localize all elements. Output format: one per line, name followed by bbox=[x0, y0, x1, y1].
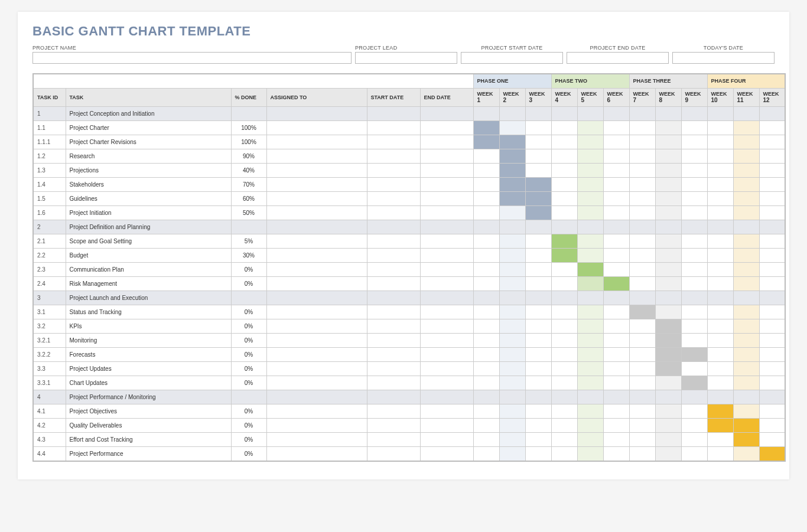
cell-pct-done[interactable]: 0% bbox=[231, 277, 266, 291]
cell-week-4[interactable] bbox=[551, 334, 577, 348]
cell-week-4[interactable] bbox=[551, 390, 577, 404]
cell-assigned-to[interactable] bbox=[266, 135, 367, 149]
cell-week-2[interactable] bbox=[499, 135, 525, 149]
cell-week-3[interactable] bbox=[525, 419, 551, 433]
cell-week-7[interactable] bbox=[629, 433, 655, 447]
cell-week-11[interactable] bbox=[733, 433, 759, 447]
cell-week-12[interactable] bbox=[759, 376, 785, 390]
cell-week-12[interactable] bbox=[759, 220, 785, 234]
cell-week-6[interactable] bbox=[603, 419, 629, 433]
cell-week-5[interactable] bbox=[577, 192, 603, 206]
cell-week-11[interactable] bbox=[733, 164, 759, 178]
cell-week-11[interactable] bbox=[733, 447, 759, 461]
cell-assigned-to[interactable] bbox=[266, 206, 367, 220]
cell-week-12[interactable] bbox=[759, 149, 785, 164]
cell-week-1[interactable] bbox=[473, 404, 499, 419]
cell-week-9[interactable] bbox=[681, 164, 707, 178]
cell-week-1[interactable] bbox=[473, 376, 499, 390]
cell-week-8[interactable] bbox=[655, 390, 681, 404]
cell-week-10[interactable] bbox=[707, 390, 733, 404]
cell-week-2[interactable] bbox=[499, 376, 525, 390]
cell-end-date[interactable] bbox=[420, 192, 473, 206]
cell-week-10[interactable] bbox=[707, 447, 733, 461]
cell-assigned-to[interactable] bbox=[266, 447, 367, 461]
cell-week-1[interactable] bbox=[473, 192, 499, 206]
cell-week-5[interactable] bbox=[577, 390, 603, 404]
cell-week-3[interactable] bbox=[525, 192, 551, 206]
cell-week-1[interactable] bbox=[473, 433, 499, 447]
cell-week-3[interactable] bbox=[525, 376, 551, 390]
cell-pct-done[interactable]: 30% bbox=[231, 249, 266, 263]
cell-week-5[interactable] bbox=[577, 107, 603, 121]
cell-week-6[interactable] bbox=[603, 390, 629, 404]
cell-end-date[interactable] bbox=[420, 164, 473, 178]
cell-week-10[interactable] bbox=[707, 121, 733, 135]
cell-week-7[interactable] bbox=[629, 376, 655, 390]
cell-week-11[interactable] bbox=[733, 362, 759, 376]
cell-week-12[interactable] bbox=[759, 362, 785, 376]
cell-assigned-to[interactable] bbox=[266, 348, 367, 362]
cell-week-11[interactable] bbox=[733, 149, 759, 164]
cell-week-10[interactable] bbox=[707, 178, 733, 192]
cell-end-date[interactable] bbox=[420, 263, 473, 277]
cell-week-8[interactable] bbox=[655, 305, 681, 319]
cell-week-2[interactable] bbox=[499, 447, 525, 461]
cell-week-2[interactable] bbox=[499, 121, 525, 135]
cell-week-8[interactable] bbox=[655, 178, 681, 192]
cell-assigned-to[interactable] bbox=[266, 433, 367, 447]
cell-week-11[interactable] bbox=[733, 404, 759, 419]
cell-week-1[interactable] bbox=[473, 334, 499, 348]
cell-week-2[interactable] bbox=[499, 362, 525, 376]
cell-start-date[interactable] bbox=[367, 149, 420, 164]
cell-week-8[interactable] bbox=[655, 348, 681, 362]
cell-pct-done[interactable]: 0% bbox=[231, 305, 266, 319]
cell-week-7[interactable] bbox=[629, 319, 655, 334]
cell-week-1[interactable] bbox=[473, 220, 499, 234]
cell-week-1[interactable] bbox=[473, 149, 499, 164]
cell-end-date[interactable] bbox=[420, 121, 473, 135]
cell-week-4[interactable] bbox=[551, 305, 577, 319]
cell-week-6[interactable] bbox=[603, 234, 629, 249]
cell-week-7[interactable] bbox=[629, 135, 655, 149]
cell-week-1[interactable] bbox=[473, 319, 499, 334]
cell-start-date[interactable] bbox=[367, 305, 420, 319]
cell-start-date[interactable] bbox=[367, 234, 420, 249]
cell-week-6[interactable] bbox=[603, 291, 629, 305]
cell-week-6[interactable] bbox=[603, 305, 629, 319]
cell-week-5[interactable] bbox=[577, 249, 603, 263]
cell-week-11[interactable] bbox=[733, 305, 759, 319]
cell-week-4[interactable] bbox=[551, 192, 577, 206]
cell-week-5[interactable] bbox=[577, 305, 603, 319]
cell-week-9[interactable] bbox=[681, 447, 707, 461]
cell-week-10[interactable] bbox=[707, 348, 733, 362]
cell-assigned-to[interactable] bbox=[266, 376, 367, 390]
cell-week-11[interactable] bbox=[733, 376, 759, 390]
cell-week-6[interactable] bbox=[603, 192, 629, 206]
cell-week-11[interactable] bbox=[733, 206, 759, 220]
cell-pct-done[interactable]: 0% bbox=[231, 433, 266, 447]
cell-week-11[interactable] bbox=[733, 234, 759, 249]
cell-week-7[interactable] bbox=[629, 348, 655, 362]
cell-week-10[interactable] bbox=[707, 305, 733, 319]
cell-start-date[interactable] bbox=[367, 277, 420, 291]
cell-week-12[interactable] bbox=[759, 305, 785, 319]
cell-assigned-to[interactable] bbox=[266, 164, 367, 178]
cell-week-4[interactable] bbox=[551, 121, 577, 135]
cell-week-2[interactable] bbox=[499, 206, 525, 220]
cell-start-date[interactable] bbox=[367, 348, 420, 362]
cell-week-1[interactable] bbox=[473, 135, 499, 149]
cell-week-11[interactable] bbox=[733, 419, 759, 433]
cell-assigned-to[interactable] bbox=[266, 178, 367, 192]
cell-week-11[interactable] bbox=[733, 107, 759, 121]
cell-week-11[interactable] bbox=[733, 390, 759, 404]
cell-week-8[interactable] bbox=[655, 263, 681, 277]
cell-week-10[interactable] bbox=[707, 249, 733, 263]
end-date-input[interactable] bbox=[567, 52, 669, 64]
cell-end-date[interactable] bbox=[420, 447, 473, 461]
cell-week-4[interactable] bbox=[551, 348, 577, 362]
cell-week-3[interactable] bbox=[525, 319, 551, 334]
cell-week-11[interactable] bbox=[733, 192, 759, 206]
cell-end-date[interactable] bbox=[420, 305, 473, 319]
cell-week-1[interactable] bbox=[473, 107, 499, 121]
cell-week-5[interactable] bbox=[577, 362, 603, 376]
